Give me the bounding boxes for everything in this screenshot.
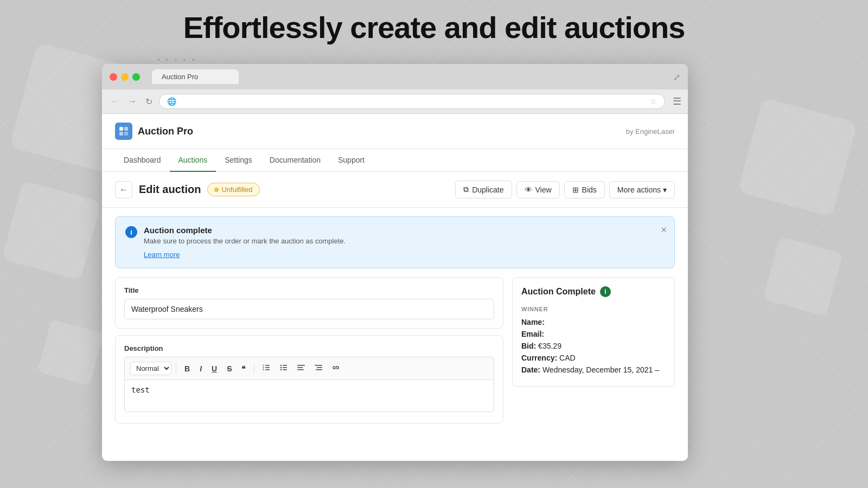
svg-rect-16: [297, 365, 305, 366]
svg-point-15: [280, 369, 282, 370]
title-input[interactable]: [124, 299, 494, 319]
browser-titlebar: Auction Pro ⤢: [102, 64, 688, 89]
italic-button[interactable]: I: [196, 362, 206, 375]
auction-complete-card: Auction Complete i WINNER Name: Email: B…: [512, 277, 675, 387]
currency-label: Currency:: [521, 354, 557, 362]
format-select[interactable]: Normal: [130, 362, 171, 375]
main-layout: Title Description Normal B I U S: [102, 277, 688, 439]
more-actions-label: More actions: [617, 185, 661, 194]
left-panel: Title Description Normal B I U S: [115, 277, 503, 430]
alert-description: Make sure to process the order or mark t…: [144, 237, 346, 245]
info-icon: i: [125, 226, 137, 238]
name-label: Name:: [521, 318, 545, 326]
svg-rect-10: [283, 365, 287, 366]
svg-rect-17: [297, 367, 303, 368]
description-textarea[interactable]: [124, 380, 494, 412]
view-button[interactable]: 👁 View: [516, 181, 560, 198]
by-line-text: by EngineLaser: [626, 127, 675, 136]
auction-complete-title: Auction Complete: [521, 287, 596, 297]
nav-tabs: Dashboard Auctions Settings Documentatio…: [102, 149, 688, 172]
svg-rect-6: [265, 369, 270, 370]
svg-point-14: [280, 367, 282, 368]
duplicate-label: Duplicate: [472, 185, 503, 194]
align-left-button[interactable]: [293, 362, 309, 375]
duplicate-icon: ⧉: [463, 185, 469, 194]
bids-label: Bids: [582, 185, 597, 194]
traffic-lights: [110, 73, 140, 81]
alert-close-button[interactable]: ×: [661, 224, 667, 236]
toolbar-divider-1: [176, 364, 176, 374]
svg-rect-11: [283, 367, 287, 368]
tab-documentation[interactable]: Documentation: [261, 149, 329, 172]
bid-value: €35.29: [538, 342, 561, 350]
description-field-group: Description Normal B I U S ❝: [115, 335, 503, 423]
browser-toolbar: ← → ↻ 🌐 ☆ ☰: [102, 89, 688, 114]
svg-rect-5: [265, 367, 270, 368]
winner-date-field: Date: Wednesday, December 15, 2021 –: [521, 365, 666, 374]
bold-button[interactable]: B: [181, 362, 194, 375]
tab-auctions[interactable]: Auctions: [170, 149, 216, 172]
winner-email-field: Email:: [521, 330, 666, 338]
winner-label: WINNER: [521, 306, 666, 312]
align-right-button[interactable]: [311, 362, 326, 375]
link-button[interactable]: [328, 362, 343, 375]
page-heading: Effortlessly create and edit auctions: [0, 10, 868, 45]
svg-rect-2: [119, 132, 123, 136]
underline-button[interactable]: U: [208, 362, 221, 375]
svg-rect-19: [315, 365, 322, 366]
tab-settings[interactable]: Settings: [216, 149, 261, 172]
close-button[interactable]: [110, 73, 117, 81]
bookmark-icon[interactable]: ☆: [650, 97, 657, 106]
svg-rect-18: [297, 369, 304, 370]
svg-rect-1: [124, 127, 128, 131]
blockquote-button[interactable]: ❝: [238, 362, 250, 375]
status-dot: [214, 188, 219, 192]
status-badge: Unfulfilled: [207, 183, 259, 196]
chevron-down-icon: ▾: [663, 185, 667, 194]
page-header-left: ← Edit auction Unfulfilled: [115, 181, 260, 198]
currency-value: CAD: [559, 354, 576, 362]
expand-icon[interactable]: ⤢: [673, 72, 680, 82]
svg-rect-12: [283, 369, 287, 370]
browser-tab[interactable]: Auction Pro: [152, 69, 239, 84]
app-header: Auction Pro by EngineLaser: [102, 114, 688, 149]
auction-complete-info-icon: i: [600, 286, 611, 297]
reload-button[interactable]: ↻: [143, 95, 155, 108]
eye-icon: 👁: [525, 185, 532, 194]
logo-icon: [115, 123, 132, 140]
unordered-list-button[interactable]: [276, 362, 291, 375]
forward-nav-button[interactable]: →: [126, 95, 139, 107]
auction-complete-header: Auction Complete i: [521, 286, 666, 297]
svg-rect-3: [124, 132, 128, 136]
svg-text:3.: 3.: [263, 368, 264, 371]
learn-more-link[interactable]: Learn more: [144, 251, 180, 259]
description-label: Description: [124, 344, 494, 352]
page-header: ← Edit auction Unfulfilled ⧉ Duplicate 👁…: [102, 172, 688, 208]
address-bar[interactable]: 🌐 ☆: [159, 94, 665, 109]
ordered-list-button[interactable]: 1. 2. 3.: [259, 362, 274, 375]
svg-rect-21: [316, 369, 322, 370]
page-title: Edit auction: [139, 183, 201, 196]
bids-button[interactable]: ⊞ Bids: [564, 181, 605, 198]
app-content: Auction Pro by EngineLaser Dashboard Auc…: [102, 114, 688, 461]
back-nav-button[interactable]: ←: [108, 95, 122, 107]
svg-point-13: [280, 365, 282, 366]
strikethrough-button[interactable]: S: [223, 362, 235, 375]
duplicate-button[interactable]: ⧉ Duplicate: [455, 181, 512, 198]
browser-window: Auction Pro ⤢ ← → ↻ 🌐 ☆ ☰: [102, 64, 688, 461]
minimize-button[interactable]: [121, 73, 129, 81]
tab-support[interactable]: Support: [329, 149, 373, 172]
bids-icon: ⊞: [572, 185, 579, 194]
maximize-button[interactable]: [132, 73, 140, 81]
tab-dashboard[interactable]: Dashboard: [115, 149, 170, 172]
status-label: Unfulfilled: [221, 185, 252, 194]
back-button[interactable]: ←: [115, 181, 132, 198]
more-actions-button[interactable]: More actions ▾: [609, 181, 675, 198]
app-name-text: Auction Pro: [138, 126, 193, 137]
svg-rect-0: [119, 127, 123, 131]
date-value: Wednesday, December 15, 2021 –: [542, 365, 659, 374]
winner-bid-field: Bid: €35.29: [521, 342, 666, 350]
browser-menu-icon[interactable]: ☰: [673, 95, 681, 107]
title-label: Title: [124, 286, 494, 294]
title-field-group: Title: [115, 277, 503, 329]
